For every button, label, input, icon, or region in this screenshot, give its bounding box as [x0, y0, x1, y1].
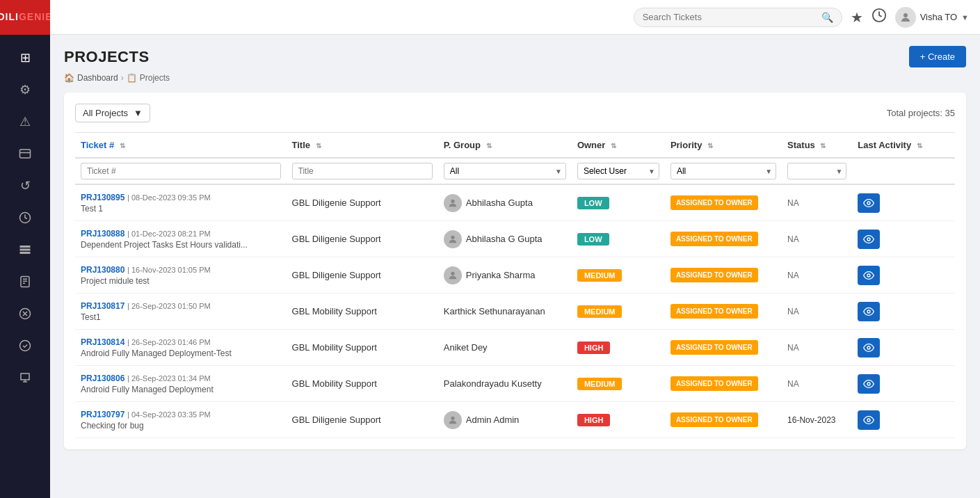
breadcrumb-page-icon: 📋: [127, 73, 137, 83]
sidebar-item-settings[interactable]: ⚙: [11, 76, 39, 104]
table-row: PRJ130806 | 26-Sep-2023 01:34 PM Android…: [75, 366, 955, 402]
sidebar-item-badge[interactable]: [11, 364, 39, 392]
sidebar-item-refresh[interactable]: ↺: [11, 172, 39, 200]
user-menu[interactable]: Visha TO ▼: [895, 7, 969, 28]
ticket-link-6[interactable]: PRJ130797: [81, 410, 124, 419]
cell-status-0: ASSIGNED TO OWNER: [665, 184, 782, 221]
cell-ticket-5: PRJ130806 | 26-Sep-2023 01:34 PM Android…: [75, 366, 287, 402]
owner-name-6: Admin Admin: [466, 415, 520, 425]
col-priority[interactable]: Priority ⇅: [665, 133, 782, 159]
search-bar[interactable]: 🔍: [634, 8, 842, 27]
filter-pgroup-select[interactable]: All: [444, 163, 566, 179]
sidebar-item-document[interactable]: [11, 268, 39, 296]
create-button[interactable]: + Create: [909, 46, 966, 67]
breadcrumb-home-icon: 🏠: [64, 73, 74, 83]
cell-pgroup-1: GBL Diligenie Support: [287, 221, 438, 257]
filter-owner-cell: Select User ▼: [572, 158, 665, 184]
cell-pgroup-0: GBL Diligenie Support: [287, 184, 438, 221]
col-activity[interactable]: Last Activity ⇅: [852, 133, 942, 159]
breadcrumb-dashboard[interactable]: Dashboard: [77, 73, 118, 83]
activity-na-3: NA: [787, 307, 799, 316]
activity-na-5: NA: [787, 379, 799, 389]
view-button-6[interactable]: [858, 410, 880, 430]
cell-pgroup-3: GBL Mobility Support: [287, 294, 438, 330]
sidebar-item-grid[interactable]: ⊞: [11, 44, 39, 72]
filter-title-input[interactable]: [292, 163, 433, 179]
svg-point-9: [903, 13, 908, 17]
ticket-title-4: Android Fully Managed Deployment-Test: [81, 348, 281, 358]
sidebar-item-clock[interactable]: [11, 204, 39, 232]
priority-badge-0: LOW: [577, 197, 609, 209]
cell-actions-2: [852, 257, 942, 294]
ticket-link-1[interactable]: PRJ130888: [81, 229, 124, 239]
cell-status-2: ASSIGNED TO OWNER: [665, 257, 782, 294]
cell-ticket-6: PRJ130797 | 04-Sep-2023 03:35 PM Checkin…: [75, 402, 287, 438]
view-button-3[interactable]: [858, 302, 880, 321]
projects-filter-dropdown[interactable]: All Projects ▼: [75, 104, 150, 122]
filter-status-select[interactable]: [787, 163, 846, 179]
status-badge-1: ASSIGNED TO OWNER: [670, 232, 758, 246]
col-ticket[interactable]: Ticket # ⇅: [75, 133, 287, 159]
status-badge-3: ASSIGNED TO OWNER: [670, 304, 758, 319]
ticket-link-3[interactable]: PRJ130817: [81, 301, 124, 311]
ticket-title-0: Test 1: [81, 204, 281, 214]
svg-point-20: [867, 419, 870, 421]
view-button-5[interactable]: [858, 374, 880, 394]
sidebar-item-cancel[interactable]: [11, 300, 39, 328]
view-button-1[interactable]: [858, 230, 880, 249]
cell-priority-0: LOW: [572, 184, 665, 221]
cell-activity-6: 16-Nov-2023: [782, 402, 852, 438]
col-title[interactable]: Title ⇅: [287, 133, 438, 159]
ticket-date-1: | 01-Dec-2023 08:21 PM: [127, 230, 211, 238]
ticket-link-0[interactable]: PRJ130895: [81, 193, 124, 202]
sidebar-item-list[interactable]: [11, 236, 39, 264]
ticket-date-2: | 16-Nov-2023 01:05 PM: [127, 266, 211, 274]
filter-owner-select[interactable]: Select User: [577, 163, 659, 179]
cell-priority-4: HIGH: [572, 330, 665, 366]
svg-rect-0: [20, 150, 31, 158]
ticket-date-4: | 26-Sep-2023 01:46 PM: [127, 338, 211, 346]
col-pgroup[interactable]: P. Group ⇅: [438, 133, 572, 159]
ticket-link-5[interactable]: PRJ130806: [81, 374, 124, 383]
sidebar-item-check[interactable]: [11, 332, 39, 360]
owner-avatar-6: [444, 411, 462, 429]
ticket-title-3: Test1: [81, 312, 281, 322]
cell-ticket-0: PRJ130895 | 08-Dec-2023 09:35 PM Test 1: [75, 184, 287, 221]
filter-priority-select[interactable]: All: [670, 163, 776, 179]
sidebar-item-alert[interactable]: ⚠: [11, 108, 39, 136]
favorites-icon[interactable]: ★: [851, 9, 863, 26]
owner-name-5: Palakondrayadu Kusetty: [444, 378, 542, 389]
sidebar-item-inbox[interactable]: [11, 140, 39, 168]
filter-ticket-input[interactable]: [81, 163, 281, 179]
page-title-row: PROJECTS + Create: [64, 46, 966, 67]
table-header-row: Ticket # ⇅ Title ⇅ P. Group ⇅ Owner ⇅: [75, 133, 955, 159]
ticket-link-4[interactable]: PRJ130814: [81, 337, 124, 347]
cell-ticket-4: PRJ130814 | 26-Sep-2023 01:46 PM Android…: [75, 330, 287, 366]
cell-status-3: ASSIGNED TO OWNER: [665, 294, 782, 330]
cell-owner-6: Admin Admin: [438, 402, 572, 438]
cell-activity-1: NA: [782, 221, 852, 257]
activity-na-1: NA: [787, 234, 799, 244]
history-icon[interactable]: [871, 8, 887, 26]
view-button-2[interactable]: [858, 266, 880, 285]
view-button-0[interactable]: [858, 193, 880, 213]
col-status[interactable]: Status ⇅: [782, 133, 852, 159]
breadcrumb: 🏠 Dashboard › 📋 Projects: [64, 73, 966, 83]
priority-badge-6: HIGH: [577, 414, 611, 426]
status-badge-4: ASSIGNED TO OWNER: [670, 340, 758, 355]
ticket-date-6: | 04-Sep-2023 03:35 PM: [127, 410, 211, 419]
sort-owner-icon: ⇅: [611, 142, 616, 150]
search-input[interactable]: [643, 12, 821, 22]
cell-owner-4: Aniket Dey: [438, 330, 572, 366]
avatar: [895, 7, 916, 28]
logo[interactable]: DILIGENIE: [0, 0, 50, 35]
cell-priority-2: MEDIUM: [572, 257, 665, 294]
ticket-link-2[interactable]: PRJ130880: [81, 265, 124, 275]
col-owner[interactable]: Owner ⇅: [572, 133, 665, 159]
main-area: 🔍 ★ Visha TO ▼ PROJECTS + Create 🏠 Dashb…: [50, 0, 980, 498]
owner-avatar-2: [444, 266, 462, 284]
filter-actions-cell: [942, 158, 955, 184]
svg-point-10: [451, 199, 454, 202]
status-badge-2: ASSIGNED TO OWNER: [670, 268, 758, 282]
view-button-4[interactable]: [858, 338, 880, 358]
